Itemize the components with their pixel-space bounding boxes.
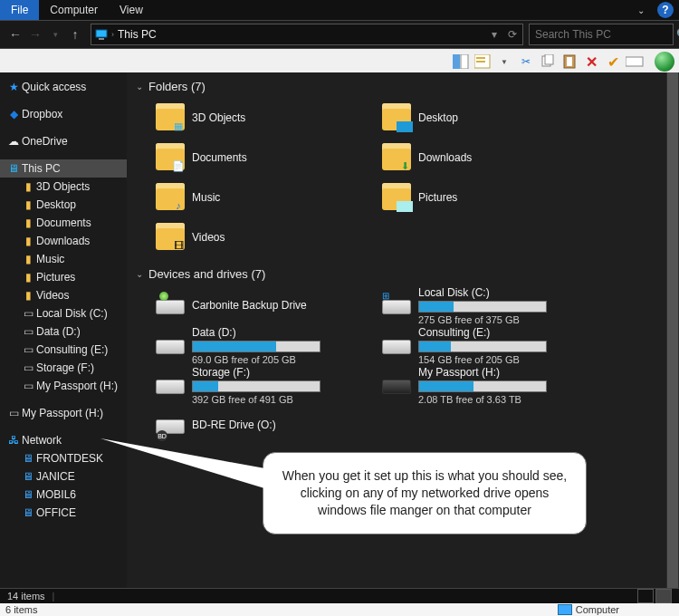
folder-tile[interactable]: 🎞Videos xyxy=(154,220,344,255)
delete-icon[interactable]: ✕ xyxy=(582,53,600,71)
up-button[interactable]: ↑ xyxy=(65,24,85,44)
drive-icon: ▭ xyxy=(20,343,36,356)
tree-item[interactable]: ▭My Passport (H:) xyxy=(0,377,127,395)
svg-rect-0 xyxy=(96,30,107,37)
tree-item[interactable]: ▮Videos xyxy=(0,286,127,304)
drives-group: ⌄Devices and drives (7) Carbonite Backup… xyxy=(136,267,670,442)
usage-bar xyxy=(192,380,320,392)
status-item-count: 14 items xyxy=(7,591,45,602)
tiles-view-icon[interactable] xyxy=(655,589,672,603)
computer-icon: 🖥 xyxy=(20,488,36,501)
drive-tile[interactable]: Data (D:)69.0 GB free of 205 GB xyxy=(154,328,344,362)
view-dropdown-icon[interactable]: ▼ xyxy=(495,53,513,71)
drive-tile[interactable]: Consulting (E:)154 GB free of 205 GB xyxy=(380,328,570,362)
svg-rect-8 xyxy=(545,54,553,64)
copy-icon[interactable] xyxy=(539,53,557,71)
tree-network-pc[interactable]: 🖥OFFICE xyxy=(0,504,127,522)
search-input[interactable] xyxy=(530,28,676,41)
tree-item[interactable]: ▭Data (D:) xyxy=(0,322,127,341)
folder-icon: ▮ xyxy=(20,180,36,193)
preview-pane-icon[interactable] xyxy=(452,53,470,71)
folder-icon: ▮ xyxy=(20,271,36,284)
computer-icon: 🖥 xyxy=(20,506,36,519)
menu-file[interactable]: File xyxy=(0,0,39,20)
tree-dropbox[interactable]: ◆Dropbox xyxy=(0,105,127,123)
tree-quick-access[interactable]: ★Quick access xyxy=(0,78,127,96)
refresh-icon[interactable]: ⟳ xyxy=(502,28,522,41)
recent-dropdown-icon[interactable]: ▾ xyxy=(45,24,65,44)
svg-rect-11 xyxy=(626,57,643,66)
svg-rect-1 xyxy=(99,38,104,40)
folder-tile[interactable]: Pictures xyxy=(380,180,570,215)
file-explorer-window: File Computer View ⌄ ? ← → ▾ ↑ › This PC… xyxy=(0,0,679,616)
tree-item[interactable]: ▮Pictures xyxy=(0,268,127,286)
help-icon[interactable]: ? xyxy=(657,2,674,18)
drive-tile[interactable]: ⊞Local Disk (C:)275 GB free of 375 GB xyxy=(380,288,570,322)
tree-item[interactable]: ▭Local Disk (C:) xyxy=(0,304,127,322)
drive-tile[interactable]: Carbonite Backup Drive xyxy=(154,288,344,322)
chevron-down-icon: ⌄ xyxy=(136,82,143,91)
outer-item-count: 6 items xyxy=(5,604,37,615)
tree-item[interactable]: ▮3D Objects xyxy=(0,178,127,196)
back-button[interactable]: ← xyxy=(5,24,25,44)
forward-button[interactable]: → xyxy=(25,24,45,44)
tree-network-pc[interactable]: 🖥FRONTDESK xyxy=(0,449,127,467)
computer-icon xyxy=(558,604,572,615)
drive-tile[interactable]: My Passport (H:)2.08 TB free of 3.63 TB xyxy=(380,368,570,402)
menu-computer[interactable]: Computer xyxy=(39,0,109,20)
folder-tile[interactable]: ♪Music xyxy=(154,180,344,215)
drive-tile[interactable]: BDBD-RE Drive (O:) xyxy=(154,408,344,442)
drive-icon: ▭ xyxy=(20,325,36,338)
tree-my-passport[interactable]: ▭My Passport (H:) xyxy=(0,404,127,422)
menu-view[interactable]: View xyxy=(109,0,154,20)
folder-icon: ▮ xyxy=(20,289,36,302)
tree-network-pc[interactable]: 🖥MOBIL6 xyxy=(0,486,127,504)
menu-bar: File Computer View ⌄ ? xyxy=(0,0,679,21)
checkmark-icon[interactable]: ✔ xyxy=(604,53,622,71)
external-drive-icon: ▭ xyxy=(5,407,22,419)
tree-item[interactable]: ▮Desktop xyxy=(0,196,127,214)
tree-this-pc[interactable]: 🖥This PC xyxy=(0,159,127,178)
vertical-scrollbar[interactable] xyxy=(666,72,679,589)
tree-item[interactable]: ▮Downloads xyxy=(0,232,127,250)
navigation-tree: ★Quick access ◆Dropbox ☁OneDrive 🖥This P… xyxy=(0,72,127,589)
tree-item[interactable]: ▭Consulting (E:) xyxy=(0,341,127,359)
search-box[interactable]: 🔍 xyxy=(529,24,674,45)
drives-header[interactable]: ⌄Devices and drives (7) xyxy=(136,267,670,281)
outer-status-bar: 6 items Computer xyxy=(0,603,679,616)
annotation-callout: When you get it set up this is what you … xyxy=(263,452,587,534)
details-view-icon[interactable] xyxy=(637,589,654,603)
usage-bar xyxy=(418,380,547,392)
globe-icon[interactable] xyxy=(655,52,674,72)
paste-icon[interactable] xyxy=(560,53,579,71)
details-pane-icon[interactable] xyxy=(473,53,492,71)
tree-item[interactable]: ▮Documents xyxy=(0,214,127,232)
address-bar[interactable]: › This PC ▾ ⟳ xyxy=(91,24,523,45)
folder-tile[interactable]: Desktop xyxy=(380,101,570,135)
folder-tile[interactable]: ▦3D Objects xyxy=(154,101,344,135)
breadcrumb-thispc[interactable]: This PC xyxy=(114,28,160,41)
tree-onedrive[interactable]: ☁OneDrive xyxy=(0,132,127,150)
svg-rect-2 xyxy=(453,54,460,69)
tree-item[interactable]: ▭Storage (F:) xyxy=(0,359,127,377)
address-history-dropdown[interactable]: ▾ xyxy=(486,28,502,41)
folders-header[interactable]: ⌄Folders (7) xyxy=(136,80,670,93)
network-icon: 🖧 xyxy=(5,434,22,447)
navigation-bar: ← → ▾ ↑ › This PC ▾ ⟳ 🔍 xyxy=(0,21,679,49)
tree-item[interactable]: ▮Music xyxy=(0,250,127,268)
ribbon-expand-icon[interactable]: ⌄ xyxy=(637,0,645,20)
tree-network-pc[interactable]: 🖥JANICE xyxy=(0,467,127,486)
pc-icon xyxy=(91,29,111,40)
outer-computer-label: Computer xyxy=(576,604,619,615)
drive-icon: ▭ xyxy=(20,307,36,320)
star-icon: ★ xyxy=(5,81,22,93)
rename-icon[interactable] xyxy=(626,53,644,71)
windows-logo-icon: ⊞ xyxy=(382,291,389,301)
cut-icon[interactable]: ✂ xyxy=(517,53,535,71)
folder-icon: ▮ xyxy=(20,217,36,229)
svg-rect-6 xyxy=(476,61,485,63)
folder-tile[interactable]: ⬇Downloads xyxy=(380,140,570,175)
drive-tile[interactable]: Storage (F:)392 GB free of 491 GB xyxy=(154,368,344,402)
folder-tile[interactable]: 📄Documents xyxy=(154,140,344,175)
folder-icon: ▮ xyxy=(20,253,36,265)
